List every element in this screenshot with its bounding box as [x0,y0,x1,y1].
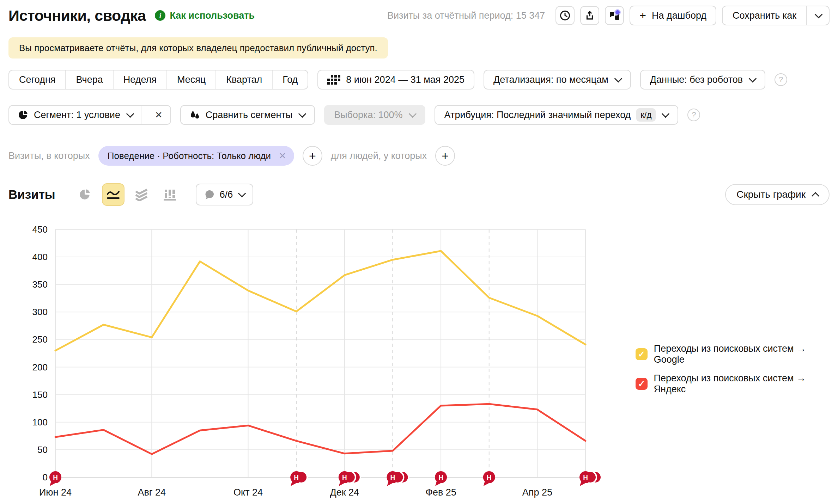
visits-chart[interactable]: 050100150200250300350400450Июн 24Авг 24О… [0,221,621,504]
legend-item-google[interactable]: ✓ Переходы из поисковых систем → Google [636,343,838,365]
header-actions: Визиты за отчётный период: 15 347 + [387,6,830,25]
x-axis-tick-label: Фев 25 [425,487,456,498]
history-button[interactable] [555,6,575,25]
tab-yesterday[interactable]: Вчера [65,70,113,89]
compare-segments-label: Сравнить сегменты [206,110,292,121]
speech-bubble-icon [204,190,215,199]
chart-header: Визиты 6/ [8,183,830,206]
sampling-dropdown[interactable]: Выборка: 100% [324,105,425,125]
checkbox-checked-icon[interactable]: ✓ [636,348,648,360]
y-axis-tick-label: 300 [32,307,48,317]
data-mode-help-icon[interactable]: ? [775,73,787,86]
public-access-notice: Вы просматриваете отчёты, для которых вл… [8,37,388,59]
note-badge-label: Н [390,474,395,481]
y-axis-tick-label: 250 [32,334,48,345]
tab-week[interactable]: Неделя [113,70,166,89]
period-toolbar: Сегодня Вчера Неделя Месяц Квартал Год 8… [8,70,787,90]
add-people-condition-button[interactable]: + [435,146,455,166]
chevron-down-icon [662,110,670,118]
attribution-help-icon[interactable]: ? [687,109,700,121]
date-range-value: 8 июн 2024 — 31 мая 2025 [346,74,464,85]
yandex-metrica-report-page: { "header": { "title": "Источники, сводк… [0,0,838,504]
info-icon: i [155,10,165,21]
hide-chart-label: Скрыть график [736,189,806,200]
x-axis-tick-label: Апр 25 [522,487,552,498]
compare-drops-icon [190,110,200,120]
metric-title: Визиты [8,188,55,202]
export-icon [584,10,595,21]
legend-label-google: Переходы из поисковых систем → Google [654,343,838,365]
segment-dropdown[interactable]: Сегмент: 1 условие ✕ [8,105,171,125]
chart-type-bars-button[interactable] [158,183,181,206]
robotness-filter-chip[interactable]: Поведение · Роботность: Только люди ✕ [98,146,294,166]
add-visit-condition-button[interactable]: + [303,146,322,166]
note-badge-label: Н [342,474,347,481]
attribution-dropdown[interactable]: Атрибуция: Последний значимый переход к/… [435,105,679,125]
y-axis-tick-label: 450 [32,224,48,235]
add-to-dashboard-button[interactable]: + На дашборд [630,6,716,25]
save-as-split-button: Сохранить как [722,6,830,25]
y-axis-tick-label: 150 [32,389,48,400]
chart-type-line-button[interactable] [102,183,125,206]
visit-filter-bar: Визиты, в которых Поведение · Роботность… [8,146,455,166]
y-axis-tick-label: 100 [32,417,48,428]
chart-legend: ✓ Переходы из поисковых систем → Google … [636,343,838,395]
clock-icon [560,10,570,21]
notes-dropdown[interactable]: 6/6 [196,184,254,205]
chevron-down-icon [614,74,622,82]
chevron-up-icon [812,192,820,200]
tab-today[interactable]: Сегодня [9,70,65,89]
tab-month[interactable]: Месяц [166,70,215,89]
tab-year[interactable]: Год [272,70,308,89]
segment-value: Сегмент: 1 условие [34,110,120,121]
page-title: Источники, сводка [8,7,146,24]
line-chart-icon [106,189,120,201]
comments-button[interactable] [605,6,624,25]
y-axis-tick-label: 350 [32,279,48,290]
chart-type-pie-button[interactable] [74,183,96,206]
save-as-menu-button[interactable] [806,6,829,25]
attribution-value: Атрибуция: Последний значимый переход [444,110,631,121]
detailing-value: Детализация: по месяцам [493,74,608,85]
note-badge-label: Н [438,474,443,481]
chip-remove-icon[interactable]: ✕ [277,150,289,161]
calendar-grid-icon [327,75,340,85]
series-line-0 [55,251,585,351]
chevron-down-icon [815,10,823,18]
period-segmented-control: Сегодня Вчера Неделя Месяц Квартал Год [8,70,308,90]
chevron-down-icon [749,74,757,82]
segment-toolbar: Сегмент: 1 условие ✕ Сравнить сегменты В… [8,105,700,125]
note-badge-label: Н [583,474,588,481]
pie-segment-icon [18,110,28,120]
people-filter-prefix: для людей, у которых [331,150,427,161]
note-badge-label: Н [487,474,492,481]
y-axis-tick-label: 50 [37,444,48,455]
x-axis-tick-label: Июн 24 [39,487,72,498]
comments-icon [608,9,621,22]
plus-icon: + [639,10,646,21]
save-as-button[interactable]: Сохранить как [723,6,806,25]
x-axis-tick-label: Дек 24 [330,487,359,498]
x-axis-tick-label: Авг 24 [138,487,166,498]
legend-item-yandex[interactable]: ✓ Переходы из поисковых систем → Яндекс [636,373,838,395]
note-badge-label: Н [53,474,58,481]
add-to-dashboard-label: На дашборд [652,10,706,21]
checkbox-checked-icon[interactable]: ✓ [636,378,648,390]
date-range-button[interactable]: 8 июн 2024 — 31 мая 2025 [317,70,474,90]
chart-type-area-button[interactable] [130,183,153,206]
compare-segments-dropdown[interactable]: Сравнить сегменты [180,105,315,125]
y-axis-tick-label: 200 [32,362,48,373]
segment-clear-button[interactable]: ✕ [147,106,170,124]
export-button[interactable] [580,6,599,25]
attribution-badge: к/д [636,108,656,122]
detailing-dropdown[interactable]: Детализация: по месяцам [484,70,631,90]
how-to-use-link[interactable]: Как использовать [170,10,255,21]
legend-label-yandex: Переходы из поисковых систем → Яндекс [654,373,838,395]
chevron-down-icon [126,110,134,118]
visits-period-stat: Визиты за отчётный период: 15 347 [387,10,545,21]
tab-quarter[interactable]: Квартал [215,70,272,89]
data-mode-dropdown[interactable]: Данные: без роботов [640,70,765,90]
x-axis-tick-label: Окт 24 [233,487,263,498]
sampling-value: Выборка: 100% [334,110,402,121]
hide-chart-button[interactable]: Скрыть график [725,184,830,205]
